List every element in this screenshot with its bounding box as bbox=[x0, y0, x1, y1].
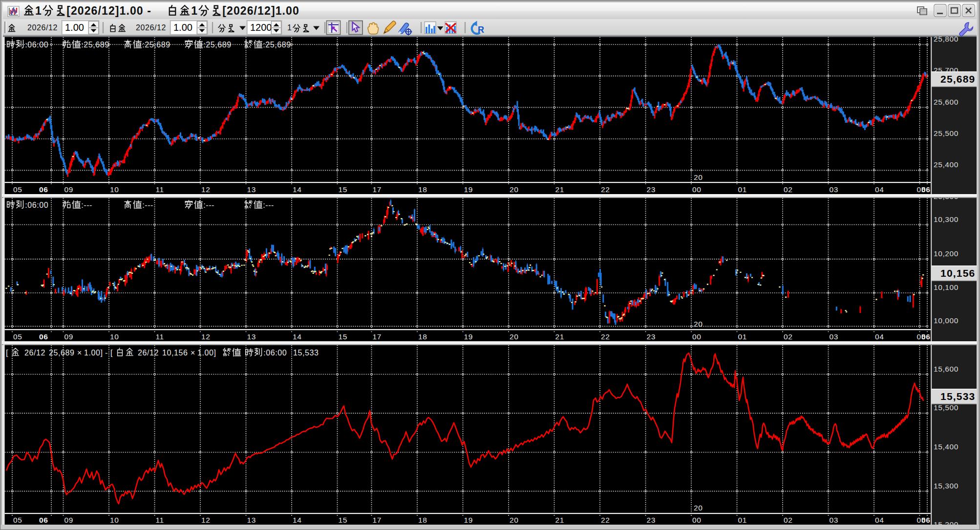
svg-text:×: × bbox=[191, 349, 195, 357]
svg-text:03: 03 bbox=[830, 185, 838, 194]
svg-text:12: 12 bbox=[201, 332, 210, 341]
svg-text:09: 09 bbox=[64, 332, 73, 341]
svg-text:25,600: 25,600 bbox=[934, 98, 959, 106]
svg-text:20: 20 bbox=[510, 185, 518, 194]
svg-text:09: 09 bbox=[64, 185, 73, 194]
svg-text:20: 20 bbox=[694, 173, 703, 181]
svg-text:1: 1 bbox=[191, 4, 198, 17]
svg-text:20: 20 bbox=[510, 516, 518, 524]
svg-text:05: 05 bbox=[13, 185, 22, 194]
svg-text:00: 00 bbox=[692, 516, 701, 524]
svg-text:10,156: 10,156 bbox=[162, 349, 188, 357]
svg-text:26/12: 26/12 bbox=[138, 349, 159, 357]
svg-text:1.00: 1.00 bbox=[65, 22, 84, 33]
svg-text:12: 12 bbox=[201, 185, 210, 194]
svg-text:23: 23 bbox=[647, 185, 656, 194]
svg-text:12: 12 bbox=[201, 516, 210, 524]
svg-text:10: 10 bbox=[110, 516, 119, 524]
svg-text:23: 23 bbox=[647, 516, 656, 524]
svg-text:R: R bbox=[478, 25, 484, 35]
svg-text::---: :--- bbox=[263, 201, 274, 209]
svg-text:1.00: 1.00 bbox=[173, 22, 192, 33]
svg-text:10,100: 10,100 bbox=[934, 283, 959, 291]
svg-text:2026/12: 2026/12 bbox=[27, 23, 58, 32]
svg-text:05: 05 bbox=[13, 332, 22, 341]
svg-text::06:00: :06:00 bbox=[25, 41, 48, 49]
svg-text:04: 04 bbox=[875, 516, 884, 524]
svg-text:23: 23 bbox=[647, 332, 656, 341]
svg-text:10,000: 10,000 bbox=[934, 316, 959, 325]
svg-text:22: 22 bbox=[601, 516, 610, 524]
svg-text:04: 04 bbox=[875, 332, 884, 341]
svg-text:10,300: 10,300 bbox=[934, 215, 959, 223]
svg-text:04: 04 bbox=[875, 185, 884, 194]
svg-text:01: 01 bbox=[738, 332, 747, 341]
svg-text:15,300: 15,300 bbox=[934, 482, 959, 490]
svg-text:15,533: 15,533 bbox=[940, 391, 975, 402]
svg-text:-: - bbox=[105, 349, 108, 357]
svg-text:19: 19 bbox=[464, 516, 473, 524]
svg-text:06: 06 bbox=[921, 516, 930, 524]
svg-text:[: [ bbox=[110, 349, 113, 357]
svg-text:17: 17 bbox=[373, 332, 382, 341]
svg-text:1: 1 bbox=[35, 4, 42, 17]
svg-text:13: 13 bbox=[247, 516, 256, 524]
svg-text:17: 17 bbox=[373, 185, 382, 194]
svg-text:15,500: 15,500 bbox=[934, 403, 959, 412]
svg-text:1.00]: 1.00] bbox=[197, 349, 216, 357]
svg-text:1: 1 bbox=[287, 23, 292, 32]
svg-text::25,689: :25,689 bbox=[203, 41, 232, 49]
svg-text:20: 20 bbox=[694, 320, 703, 328]
svg-text:01: 01 bbox=[738, 516, 747, 524]
svg-text:2026/12: 2026/12 bbox=[136, 23, 166, 32]
svg-text:02: 02 bbox=[784, 185, 792, 194]
svg-text::---: :--- bbox=[142, 201, 153, 209]
svg-text:06: 06 bbox=[921, 185, 930, 194]
svg-text:25,689: 25,689 bbox=[940, 73, 975, 85]
svg-text:21: 21 bbox=[555, 332, 564, 341]
svg-text:13: 13 bbox=[247, 185, 256, 194]
svg-text:[: [ bbox=[6, 349, 8, 357]
svg-text:15: 15 bbox=[339, 185, 347, 194]
svg-text:11: 11 bbox=[156, 332, 164, 341]
svg-text:[2026/12]1.00: [2026/12]1.00 bbox=[222, 4, 299, 17]
svg-text:09: 09 bbox=[64, 516, 73, 524]
svg-text:14: 14 bbox=[293, 185, 301, 194]
svg-text:03: 03 bbox=[830, 332, 838, 341]
svg-text:25,400: 25,400 bbox=[934, 160, 959, 169]
svg-text:01: 01 bbox=[738, 185, 747, 194]
svg-text::---: :--- bbox=[203, 201, 214, 209]
svg-text:19: 19 bbox=[464, 185, 473, 194]
svg-text:20: 20 bbox=[510, 332, 518, 341]
svg-text:06: 06 bbox=[39, 332, 48, 341]
svg-text:15,533: 15,533 bbox=[293, 349, 319, 357]
svg-text:14: 14 bbox=[293, 332, 301, 341]
svg-text:10: 10 bbox=[110, 332, 119, 341]
svg-text::25,689: :25,689 bbox=[81, 41, 109, 49]
svg-text::---: :--- bbox=[81, 201, 92, 209]
svg-text:15: 15 bbox=[339, 332, 347, 341]
svg-text:02: 02 bbox=[784, 332, 792, 341]
svg-text:00: 00 bbox=[692, 185, 701, 194]
svg-text:11: 11 bbox=[156, 516, 164, 524]
svg-text::25,689: :25,689 bbox=[263, 41, 291, 49]
svg-text:11: 11 bbox=[156, 185, 164, 194]
svg-text:26/12: 26/12 bbox=[24, 349, 45, 357]
svg-text:25,800: 25,800 bbox=[934, 35, 959, 43]
svg-text:[2026/12]1.00 -: [2026/12]1.00 - bbox=[66, 4, 151, 17]
svg-text:25,500: 25,500 bbox=[934, 129, 959, 137]
svg-text:13: 13 bbox=[247, 332, 256, 341]
svg-text:×: × bbox=[77, 349, 82, 357]
svg-text:21: 21 bbox=[555, 516, 564, 524]
svg-text:06: 06 bbox=[921, 332, 930, 341]
svg-text:19: 19 bbox=[464, 332, 473, 341]
svg-text:17: 17 bbox=[373, 516, 382, 524]
svg-text:18: 18 bbox=[418, 185, 427, 194]
svg-text:21: 21 bbox=[555, 185, 564, 194]
svg-text:15,400: 15,400 bbox=[934, 442, 959, 451]
svg-text:05: 05 bbox=[13, 516, 22, 524]
svg-text:22: 22 bbox=[601, 185, 610, 194]
svg-text:18: 18 bbox=[418, 332, 427, 341]
svg-text:1200: 1200 bbox=[250, 22, 272, 33]
svg-text:18: 18 bbox=[418, 516, 427, 524]
